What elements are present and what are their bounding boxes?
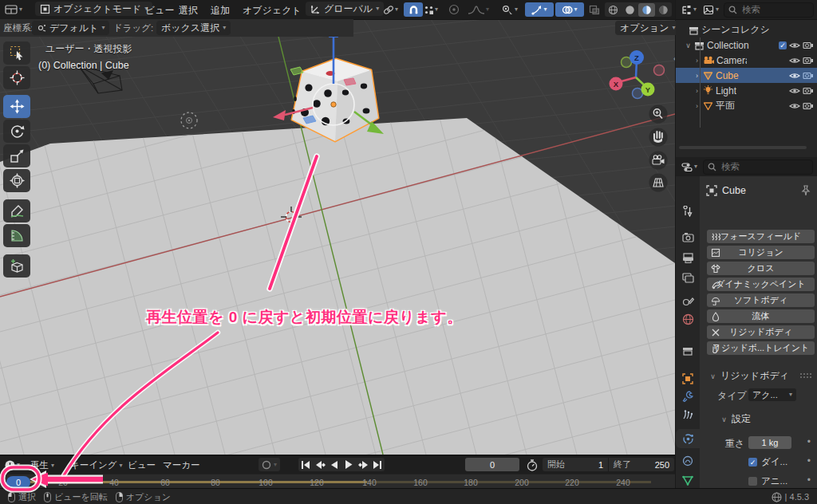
tool-rotate[interactable] [3,120,30,143]
tab-physics[interactable] [676,429,700,448]
start-frame-field[interactable]: 開始 1 [543,459,608,471]
render-visibility-icon[interactable] [803,101,814,110]
properties-search[interactable] [703,159,813,175]
eye-icon[interactable] [789,57,800,65]
play-button[interactable] [341,458,356,471]
proportional-falloff-button[interactable]: ▾ [466,2,491,17]
pin-icon[interactable] [801,185,811,196]
collection-checkbox[interactable]: ✓ [779,41,787,49]
breadcrumb-object-name[interactable]: Cube [722,185,746,196]
proportional-edit-button[interactable] [447,2,461,17]
outliner-search-input[interactable] [740,4,799,15]
shading-wireframe-button[interactable] [605,3,622,17]
timeline-editor-type-button[interactable]: ▾ [2,458,22,472]
tab-tool[interactable] [676,202,700,221]
outliner-row-collection[interactable]: ∨ Collection ✓ [676,37,817,53]
tool-scale[interactable] [3,144,30,167]
keying-menu[interactable]: キーイング▾ [70,459,123,471]
outliner-row-scene-collection[interactable]: シーンコレクシ [676,22,817,37]
shading-rendered-button[interactable] [655,3,672,17]
tool-move[interactable] [3,95,30,118]
dynamic-checkbox[interactable]: ✓ [748,458,757,467]
eye-icon[interactable] [789,102,800,110]
tool-measure[interactable] [3,224,30,247]
tool-transform[interactable] [3,169,30,192]
camera-view-button[interactable] [649,152,668,170]
outliner-filter-button[interactable]: ▾ [701,2,720,17]
ortho-toggle-button[interactable] [649,174,668,192]
editor-type-button[interactable]: ▾ [3,2,24,17]
tab-world[interactable] [676,309,700,329]
tool-cursor[interactable] [3,66,30,89]
jump-end-button[interactable] [370,458,385,471]
coord-system-selector[interactable]: デフォルト ▾ [32,21,109,35]
gizmos-toggle-button[interactable]: ▾ [525,2,554,17]
mode-selector[interactable]: オブジェクトモード ▾ [35,2,152,16]
eye-icon[interactable] [789,87,800,95]
auto-keying-toggle[interactable]: ▾ [259,458,280,471]
menu-add[interactable]: 追加 [206,4,235,18]
tab-particles[interactable] [676,405,700,424]
mass-field[interactable]: 1 kg [748,436,791,449]
physics-rigid-body-constraint-button[interactable]: リジッドボ...トレイント [707,341,815,355]
menu-object[interactable]: オブジェクト [238,4,306,18]
rigid-body-type-dropdown[interactable]: アク...▾ [748,388,796,401]
snap-mode-button[interactable]: ▾ [422,2,440,17]
render-visibility-icon[interactable] [803,71,814,80]
render-visibility-icon[interactable] [803,41,814,49]
snap-toggle-button[interactable] [404,2,423,17]
outliner-search[interactable] [724,2,814,18]
animated-checkbox-row[interactable]: アニ... [748,475,787,487]
tool-annotate[interactable] [3,199,30,222]
tab-collection[interactable] [676,341,700,360]
outliner-scrollbar[interactable] [679,146,807,149]
outliner-row-camera[interactable]: › Camera [676,53,817,68]
xray-toggle-button[interactable] [587,2,602,17]
settings-subsection-header[interactable]: ∨設定 [720,412,751,426]
physics-fluid-button[interactable]: 流体 [707,309,815,323]
playback-menu[interactable]: 再生▾ [30,459,54,471]
physics-dynamic-paint-button[interactable]: ダイナミックペイント [707,278,815,291]
snap-target-button[interactable]: ▾ [381,2,400,17]
outliner-row-light[interactable]: › Light [676,83,817,98]
current-frame-field[interactable]: 0 [465,458,519,471]
jump-start-button[interactable] [298,458,313,471]
animate-dot[interactable]: • [807,436,811,447]
viewport-3d[interactable]: Z X Y [0,19,675,455]
prev-keyframe-button[interactable] [313,458,327,471]
timeline-view-menu[interactable]: ビュー [128,459,156,471]
drag-mode-selector[interactable]: ボックス選択 ▾ [156,21,231,35]
properties-editor-type-button[interactable]: ▾ [680,159,699,174]
outliner-display-mode-button[interactable]: ▾ [679,2,698,17]
show-gizmo-button[interactable]: ▾ [499,2,519,17]
shading-solid-button[interactable] [622,3,638,17]
render-visibility-icon[interactable] [803,86,814,95]
marker-menu[interactable]: マーカー [163,459,200,471]
eye-icon[interactable] [789,41,800,49]
menu-select[interactable]: 選択 [174,4,203,18]
physics-force-field-button[interactable]: フォースフィールド [707,230,815,243]
options-dropdown[interactable]: オプション ▾ [615,21,680,35]
drag-handle-dots[interactable] [799,372,812,379]
tab-modifiers[interactable] [676,387,700,406]
expand-chevron[interactable]: ∨ [685,41,692,49]
outliner-row-cube[interactable]: › Cube [676,68,817,83]
outliner-row-plane[interactable]: › 平面 [676,98,817,113]
end-frame-field[interactable]: 終了 250 [609,459,674,471]
next-keyframe-button[interactable] [356,458,370,471]
sidebar-collapse-arrow[interactable]: ‹ [673,53,675,63]
shading-material-button[interactable] [638,3,655,17]
use-preview-range-button[interactable] [525,458,539,472]
rigid-body-section-header[interactable]: ∨リジッドボディ [709,369,789,383]
play-reverse-button[interactable] [327,458,341,471]
tab-object-data[interactable] [676,471,700,490]
dynamic-checkbox-row[interactable]: ✓ ダイ... [748,456,787,468]
tool-select-box[interactable] [3,41,30,65]
physics-cloth-button[interactable]: クロス [707,262,815,275]
eye-icon[interactable] [789,72,800,80]
animated-checkbox[interactable] [748,477,757,486]
zoom-button[interactable] [649,105,668,124]
physics-soft-body-button[interactable]: ソフトボディ [707,293,815,307]
tab-view-layer[interactable] [676,268,700,287]
physics-collision-button[interactable]: コリジョン [707,246,815,259]
